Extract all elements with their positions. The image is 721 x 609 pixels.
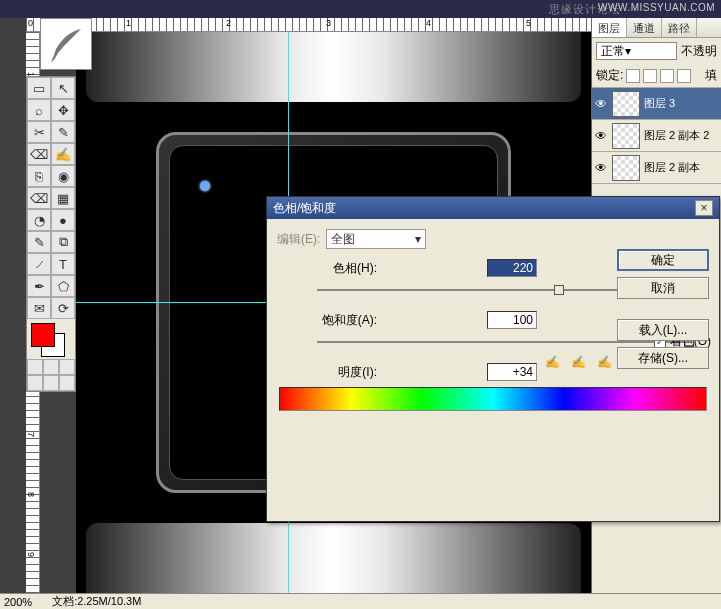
gradient-tool[interactable]: ▦ <box>51 187 75 209</box>
standard-mode-icon[interactable] <box>27 359 43 375</box>
load-button[interactable]: 载入(L)... <box>617 319 709 341</box>
visibility-icon[interactable]: 👁 <box>594 161 608 175</box>
eyedropper-icon[interactable]: ✍ <box>545 355 561 371</box>
artwork-metal-bottom <box>86 523 581 593</box>
panel-tabs: 图层 通道 路径 <box>592 18 721 38</box>
cancel-button[interactable]: 取消 <box>617 277 709 299</box>
heal-tool[interactable]: ⌫ <box>27 143 51 165</box>
eraser-tool[interactable]: ⌫ <box>27 187 51 209</box>
dialog-titlebar[interactable]: 色相/饱和度 × <box>267 197 719 219</box>
ruler-tick: 2 <box>226 18 231 28</box>
shape-tool[interactable]: T <box>51 253 75 275</box>
fullscreen-menubar-icon[interactable] <box>27 375 43 391</box>
ruler-tick: 5 <box>526 18 531 28</box>
saturation-label: 饱和度(A): <box>277 312 387 329</box>
marquee-tool[interactable]: ▭ <box>27 77 51 99</box>
fill-label: 填 <box>705 67 717 84</box>
layer-name[interactable]: 图层 2 副本 <box>644 160 700 175</box>
layer-thumbnail[interactable] <box>612 123 640 149</box>
status-bar: 200% 文档:2.25M/10.3M <box>0 593 721 609</box>
crop-tool[interactable]: ✂ <box>27 121 51 143</box>
layer-name[interactable]: 图层 3 <box>644 96 675 111</box>
toolbox: ▭↖ ⌕✥ ✂✎ ⌫✍ ⎘◉ ⌫▦ ◔● ✎⧉ ⟋T ✒⬠ ✉⟳ <box>26 76 76 392</box>
opacity-label: 不透明 <box>681 43 717 60</box>
zoom-level[interactable]: 200% <box>4 596 32 608</box>
close-button[interactable]: × <box>695 200 713 216</box>
tab-layers[interactable]: 图层 <box>592 18 627 37</box>
path-select-tool[interactable]: ✎ <box>27 231 51 253</box>
lightness-label: 明度(I): <box>277 364 387 381</box>
blend-mode-select[interactable]: 正常▾ <box>596 42 677 60</box>
eyedropper-sub-icon[interactable]: ✍ <box>597 355 613 371</box>
app-logo <box>40 18 92 70</box>
fullscreen-icon[interactable] <box>43 375 59 391</box>
visibility-icon[interactable]: 👁 <box>594 129 608 143</box>
saturation-input[interactable]: 100 <box>487 311 537 329</box>
ruler-tick: 4 <box>426 18 431 28</box>
tab-channels[interactable]: 通道 <box>627 18 662 37</box>
color-swatches <box>27 319 75 359</box>
hue-saturation-dialog: 色相/饱和度 × 编辑(E): 全图 ▾ 色相(H): 220 饱和度(A): … <box>266 196 720 522</box>
brush-tool[interactable]: ✍ <box>51 143 75 165</box>
hand-tool[interactable]: ✉ <box>27 297 51 319</box>
jump-to-icon[interactable] <box>59 375 75 391</box>
slice-tool[interactable]: ✎ <box>51 121 75 143</box>
ok-button[interactable]: 确定 <box>617 249 709 271</box>
edit-dropdown-value: 全图 <box>331 231 355 248</box>
layer-row[interactable]: 👁 图层 2 副本 2 <box>592 120 721 152</box>
hue-input[interactable]: 220 <box>487 259 537 277</box>
quickmask-mode-icon[interactable] <box>43 359 59 375</box>
layer-row[interactable]: 👁 图层 2 副本 <box>592 152 721 184</box>
ruler-tick: 1 <box>126 18 131 28</box>
dodge-tool[interactable]: ● <box>51 209 75 231</box>
move-tool[interactable]: ↖ <box>51 77 75 99</box>
lock-label: 锁定: <box>596 67 623 84</box>
zoom-tool[interactable]: ⟳ <box>51 297 75 319</box>
edit-label: 编辑(E): <box>277 231 320 248</box>
watermark-url: WWW.MISSYUAN.COM <box>598 2 715 13</box>
edit-dropdown[interactable]: 全图 ▾ <box>326 229 426 249</box>
tab-paths[interactable]: 路径 <box>662 18 697 37</box>
artwork-metal-top <box>86 32 581 102</box>
eyedropper-group: ✍ ✍ ✍ <box>545 355 613 371</box>
history-brush-tool[interactable]: ◉ <box>51 165 75 187</box>
lock-position-icon[interactable] <box>660 69 674 83</box>
layer-thumbnail[interactable] <box>612 155 640 181</box>
stamp-tool[interactable]: ⎘ <box>27 165 51 187</box>
foreground-color[interactable] <box>31 323 55 347</box>
slider-thumb[interactable] <box>554 285 564 295</box>
lasso-tool[interactable]: ⌕ <box>27 99 51 121</box>
layer-name[interactable]: 图层 2 副本 2 <box>644 128 709 143</box>
layers-list: 👁 图层 3 👁 图层 2 副本 2 👁 图层 2 副本 <box>592 88 721 184</box>
eyedropper-tool[interactable]: ⬠ <box>51 275 75 297</box>
dialog-title-text: 色相/饱和度 <box>273 200 336 217</box>
ruler-tick: 9 <box>26 552 36 557</box>
wand-tool[interactable]: ✥ <box>51 99 75 121</box>
chevron-down-icon: ▾ <box>415 232 421 246</box>
save-button[interactable]: 存储(S)... <box>617 347 709 369</box>
artwork-highlight <box>200 181 210 191</box>
type-tool[interactable]: ⧉ <box>51 231 75 253</box>
screen-mode-icon[interactable] <box>59 359 75 375</box>
lock-paint-icon[interactable] <box>643 69 657 83</box>
hue-label: 色相(H): <box>277 260 387 277</box>
lightness-input[interactable]: +34 <box>487 363 537 381</box>
chevron-down-icon: ▾ <box>625 44 631 58</box>
spectrum-bar <box>279 387 707 411</box>
blend-mode-value: 正常 <box>601 43 625 60</box>
ruler-tick: 3 <box>326 18 331 28</box>
doc-size[interactable]: 文档:2.25M/10.3M <box>52 594 141 609</box>
notes-tool[interactable]: ✒ <box>27 275 51 297</box>
pen-tool[interactable]: ⟋ <box>27 253 51 275</box>
lock-transparent-icon[interactable] <box>626 69 640 83</box>
ruler-tick: 7 <box>26 432 36 437</box>
blur-tool[interactable]: ◔ <box>27 209 51 231</box>
visibility-icon[interactable]: 👁 <box>594 97 608 111</box>
layer-thumbnail[interactable] <box>612 91 640 117</box>
eyedropper-add-icon[interactable]: ✍ <box>571 355 587 371</box>
ruler-tick: 0 <box>28 18 33 28</box>
lock-all-icon[interactable] <box>677 69 691 83</box>
layer-row[interactable]: 👁 图层 3 <box>592 88 721 120</box>
ruler-tick: 8 <box>26 492 36 497</box>
